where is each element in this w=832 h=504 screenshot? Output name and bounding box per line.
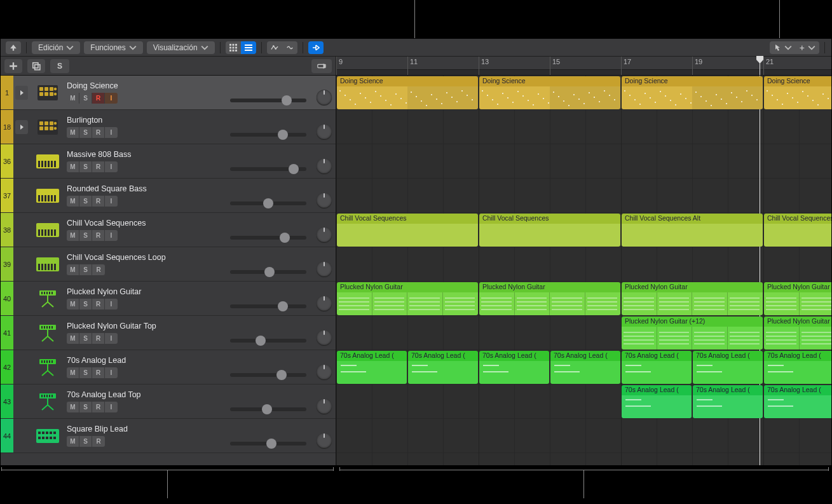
pan-knob[interactable] (317, 227, 332, 242)
track-header[interactable]: 1Doing ScienceMSRI (1, 76, 336, 110)
input-monitor-button[interactable]: I (105, 402, 118, 412)
region[interactable]: 70s Analog Lead ( (408, 351, 478, 384)
volume-slider[interactable] (230, 339, 306, 343)
volume-slider[interactable] (230, 373, 306, 377)
functions-menu[interactable]: Funciones (84, 41, 142, 54)
volume-slider-thumb[interactable] (263, 198, 273, 208)
track-name-label[interactable]: Doing Science (67, 81, 230, 90)
record-enable-button[interactable]: R (92, 93, 105, 104)
input-monitor-button[interactable]: I (105, 93, 118, 104)
disclosure-button[interactable] (15, 120, 28, 134)
track-name-label[interactable]: Chill Vocal Sequences Loop (67, 253, 230, 262)
region[interactable]: Plucked Nylon Guitar (764, 282, 831, 315)
input-monitor-button[interactable]: I (105, 367, 118, 378)
region[interactable]: Chill Vocal Sequences Alt (622, 214, 763, 247)
mute-button[interactable]: M (67, 333, 79, 344)
disclosure-button[interactable] (15, 86, 28, 100)
track-header[interactable]: 37Rounded Square BassMSRI (1, 179, 336, 213)
solo-button[interactable]: S (79, 196, 92, 207)
volume-slider[interactable] (230, 201, 306, 205)
track-header[interactable]: 18BurlingtonMSRI (1, 110, 336, 144)
track-name-label[interactable]: Plucked Nylon Guitar Top (67, 322, 230, 330)
volume-slider-thumb[interactable] (280, 233, 290, 243)
record-enable-button[interactable]: R (92, 367, 105, 378)
mute-button[interactable]: M (67, 161, 79, 172)
track-name-label[interactable]: 70s Analog Lead Top (67, 390, 230, 399)
region[interactable]: Plucked Nylon Guitar (479, 282, 620, 315)
automation-button[interactable] (267, 41, 282, 54)
volume-slider-thumb[interactable] (289, 164, 299, 174)
region[interactable]: 70s Analog Lead ( (622, 351, 692, 384)
duplicate-track-button[interactable] (27, 59, 45, 73)
region[interactable]: 70s Analog Lead ( (622, 385, 692, 418)
record-enable-button[interactable]: R (92, 230, 105, 241)
track-header[interactable]: 44Square Blip LeadMSR (1, 419, 336, 453)
track-header[interactable]: 36Massive 808 BassMSRI (1, 144, 336, 179)
track-name-label[interactable]: Chill Vocal Sequences (67, 219, 230, 228)
track-name-label[interactable]: Plucked Nylon Guitar (67, 287, 230, 296)
region[interactable]: 70s Analog Lead ( (337, 351, 407, 384)
record-enable-button[interactable]: R (92, 196, 105, 207)
track-name-label[interactable]: Burlington (67, 116, 230, 125)
horizontal-zoom-button[interactable] (311, 59, 332, 73)
volume-slider[interactable] (230, 407, 306, 411)
record-enable-button[interactable]: R (92, 127, 105, 138)
mute-button[interactable]: M (67, 264, 79, 275)
pan-knob[interactable] (317, 193, 332, 208)
ruler[interactable]: 9111315171921 (336, 57, 831, 75)
solo-button[interactable]: S (79, 367, 92, 378)
region[interactable]: Plucked Nylon Guitar (+12) (622, 317, 763, 350)
track-name-label[interactable]: 70s Analog Lead (67, 356, 230, 365)
pan-knob[interactable] (317, 364, 332, 379)
track-header[interactable]: 39Chill Vocal Sequences LoopMSR (1, 247, 336, 282)
mute-button[interactable]: M (67, 436, 79, 447)
pan-knob[interactable] (317, 124, 332, 139)
solo-button[interactable]: S (79, 299, 92, 310)
record-enable-button[interactable]: R (92, 299, 105, 310)
region[interactable]: 70s Analog Lead ( (693, 351, 763, 384)
grid-view-button[interactable] (226, 41, 241, 54)
record-enable-button[interactable]: R (92, 264, 105, 275)
volume-slider-thumb[interactable] (276, 370, 287, 380)
pan-knob[interactable] (317, 296, 332, 311)
mute-button[interactable]: M (67, 402, 79, 412)
clip-area[interactable]: Doing ScienceDoing ScienceDoing ScienceD… (336, 76, 831, 465)
volume-slider[interactable] (230, 167, 306, 171)
solo-button[interactable]: S (79, 93, 92, 104)
region[interactable]: Doing Science (479, 76, 620, 109)
volume-slider-thumb[interactable] (262, 404, 272, 414)
region[interactable]: Doing Science (337, 76, 478, 109)
flex-button[interactable] (282, 41, 297, 54)
track-header[interactable]: 40Plucked Nylon GuitarMSRI (1, 282, 336, 316)
pan-knob[interactable] (317, 398, 332, 414)
record-enable-button[interactable]: R (92, 333, 105, 344)
input-monitor-button[interactable]: I (105, 230, 118, 241)
record-enable-button[interactable]: R (92, 436, 105, 447)
input-monitor-button[interactable]: I (105, 299, 118, 310)
solo-button[interactable]: S (79, 402, 92, 412)
edit-menu[interactable]: Edición (32, 41, 80, 54)
volume-slider[interactable] (230, 99, 306, 102)
input-monitor-button[interactable]: I (105, 161, 118, 172)
region[interactable]: Plucked Nylon Guitar (337, 282, 478, 315)
view-menu[interactable]: Visualización (147, 41, 215, 54)
input-monitor-button[interactable]: I (105, 196, 118, 207)
pan-knob[interactable] (317, 261, 332, 276)
solo-button[interactable]: S (79, 161, 92, 172)
region[interactable]: Chill Vocal Sequences (337, 214, 478, 247)
volume-slider-thumb[interactable] (278, 130, 288, 140)
catch-button[interactable] (308, 41, 324, 54)
volume-slider[interactable] (230, 236, 306, 240)
solo-button[interactable]: S (79, 264, 92, 275)
volume-slider[interactable] (230, 304, 306, 308)
add-track-button[interactable] (4, 59, 22, 73)
region[interactable]: 70s Analog Lead ( (550, 351, 620, 384)
input-monitor-button[interactable]: I (105, 333, 118, 344)
solo-button[interactable]: S (79, 436, 92, 447)
volume-slider[interactable] (230, 270, 306, 274)
record-enable-button[interactable]: R (92, 402, 105, 412)
volume-slider-thumb[interactable] (264, 267, 275, 277)
mute-button[interactable]: M (67, 299, 79, 310)
volume-slider[interactable] (230, 133, 306, 137)
playhead[interactable] (760, 57, 760, 75)
